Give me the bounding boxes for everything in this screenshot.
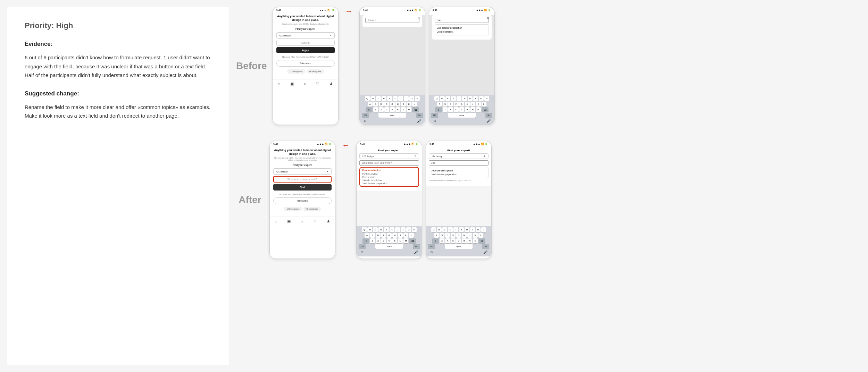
after-phone1-topic[interactable]: What topic is on your mind?: [273, 176, 332, 183]
after-phone1-nav: ⌂ ▣ ⌕ ♡ ♟: [270, 217, 335, 225]
key-H[interactable]: H: [395, 102, 400, 107]
key-Y[interactable]: Y: [393, 96, 398, 101]
key-E[interactable]: E: [376, 96, 381, 101]
suggested-text: Rename the field to make it more clear a…: [25, 103, 211, 120]
key-backspace[interactable]: ⌫: [412, 107, 419, 112]
mic-icon[interactable]: 🎤: [417, 119, 421, 123]
suggestion-job-prep[interactable]: Job preparation: [437, 30, 486, 34]
key-P[interactable]: P: [415, 96, 420, 101]
key-S[interactable]: S: [373, 102, 378, 107]
phone1-sub: Speak online with over 1000+ design prof…: [276, 23, 335, 25]
key-space[interactable]: space: [378, 113, 406, 118]
nav-book-icon[interactable]: ▣: [290, 82, 294, 86]
after-p2-mic[interactable]: 🎤: [414, 250, 418, 254]
key-K[interactable]: K: [407, 102, 411, 107]
keyboard-2: QWERTYUIOP ASDFGHJKL ⇧ZXCVBNM⌫ 123 space: [360, 95, 425, 125]
before-label: Before: [236, 60, 267, 71]
key-U[interactable]: U: [398, 96, 403, 101]
phone1-subject[interactable]: Subject: [276, 40, 335, 46]
key-X[interactable]: X: [379, 107, 384, 112]
after-p3-emoji[interactable]: ☺: [430, 250, 433, 254]
after-phone2-topic-input[interactable]: [359, 160, 419, 166]
after-phone1-dropdown[interactable]: UX design ▾: [273, 168, 332, 175]
before-phone3-input[interactable]: [435, 18, 489, 23]
topic-portfolio[interactable]: Portfolio review: [362, 172, 416, 176]
key-go[interactable]: Go: [416, 113, 423, 118]
emoji-icon[interactable]: ☺: [364, 119, 367, 123]
key-G[interactable]: G: [390, 102, 395, 107]
p3-key-row-2: ASDFGHJKL: [430, 102, 493, 107]
phone2-overlay: ✕ QWERTYUIOP ASDFGHJKL: [360, 15, 425, 125]
phone1-nav: ⌂ ▣ ⌕ ♡ ♟: [273, 79, 338, 87]
nav-person-icon[interactable]: ♟: [329, 82, 333, 86]
before-arrow: →: [342, 7, 356, 16]
before-modal-input[interactable]: [365, 18, 419, 23]
after-phone1-tag-1[interactable]: UX designers: [284, 207, 302, 211]
key-O[interactable]: O: [409, 96, 414, 101]
status-icons-3: ▲▲▲ 📶 🔋: [476, 9, 491, 11]
key-Q[interactable]: Q: [365, 96, 370, 101]
after-phone3-top: Find your expert! UX design ▾ Job/role d…: [426, 146, 491, 186]
key-T[interactable]: T: [387, 96, 392, 101]
topic-career[interactable]: Career advice: [362, 176, 416, 179]
after-phone3-suggestions: Job/role description Job interview prepa…: [429, 167, 489, 178]
nav-home-icon[interactable]: ⌂: [278, 82, 280, 86]
after-nav-home[interactable]: ⌂: [275, 219, 277, 223]
keyboard-3: QWERTYUIOP ASDFGHJKL ⇧ZXCVBNM⌫ 123 space: [429, 95, 494, 125]
after-sugg-job-interview[interactable]: Job interview preparation: [431, 172, 486, 176]
key-I[interactable]: I: [404, 96, 409, 101]
key-C[interactable]: C: [384, 107, 389, 112]
phone1-tag-2[interactable]: UI designers: [307, 69, 324, 74]
after-phone2-common-topics: Common topics Portfolio review Career ad…: [359, 167, 419, 187]
key-N[interactable]: N: [401, 107, 406, 112]
modal-close-icon[interactable]: ✕: [417, 16, 420, 20]
nav-heart-icon[interactable]: ♡: [316, 82, 319, 86]
key-A[interactable]: A: [368, 102, 373, 107]
after-p2-emoji[interactable]: ☺: [360, 250, 364, 254]
phone1-dropdown[interactable]: UX design ▾: [276, 32, 335, 39]
after-status-bar-3: 9:41 ▲▲▲ 📶 🔋: [426, 141, 491, 146]
status-icons-1: ▲▲▲ 📶 🔋: [319, 9, 335, 11]
key-shift[interactable]: ⇧: [366, 107, 373, 112]
phone1-take-test[interactable]: Take a test: [276, 60, 335, 67]
key-J[interactable]: J: [401, 102, 406, 107]
suggestion-job-details[interactable]: Job details/ description: [437, 26, 486, 30]
status-bar-2: 9:41 ▲▲▲ 📶 🔋: [360, 7, 425, 12]
p3-emoji-icon[interactable]: ☺: [433, 119, 436, 123]
after-phone2-dropdown[interactable]: UX design ▾: [359, 153, 419, 159]
after-nav-book[interactable]: ▣: [287, 219, 291, 223]
key-Z[interactable]: Z: [373, 107, 378, 112]
key-123[interactable]: 123: [362, 113, 369, 118]
key-L[interactable]: L: [412, 102, 417, 107]
key-row-3: ⇧ZXCVBNM⌫: [361, 107, 424, 112]
nav-search-icon[interactable]: ⌕: [304, 82, 306, 86]
phone1-apply[interactable]: Apply: [276, 47, 335, 53]
after-p3-mic[interactable]: 🎤: [483, 250, 487, 254]
key-D[interactable]: D: [379, 102, 384, 107]
after-phone1-take-test[interactable]: Take a test: [273, 197, 332, 204]
after-phone3-dropdown[interactable]: UX design ▾: [429, 153, 489, 159]
phone1-tag-1[interactable]: UX designers: [287, 69, 305, 74]
after-nav-person[interactable]: ♟: [327, 219, 330, 223]
after-phone3-input[interactable]: [429, 160, 489, 166]
p3-mic-icon[interactable]: 🎤: [486, 119, 491, 123]
key-F[interactable]: F: [384, 102, 389, 107]
after-phone2-keyboard: QWERTYUIOP ASDFGHJKL ⇧ZXCVBNM⌫ 123 space: [357, 226, 422, 256]
after-phone1-tag-2[interactable]: UI designers: [303, 207, 321, 211]
after-phone2-inner: Find your expert! UX design ▾ Common top…: [357, 146, 422, 256]
after-phone2-top: Find your expert! UX design ▾ Common top…: [357, 146, 422, 191]
key-W[interactable]: W: [370, 96, 375, 101]
topic-job-role[interactable]: Job/role description: [362, 179, 416, 182]
key-R[interactable]: R: [382, 96, 386, 101]
key-row-1: QWERTYUIOP: [361, 96, 424, 101]
after-nav-heart[interactable]: ♡: [313, 219, 317, 223]
key-M[interactable]: M: [407, 107, 411, 112]
before-phone2-keyboard: QWERTYUIOP ASDFGHJKL ⇧ZXCVBNM⌫ 123 space: [360, 95, 425, 125]
after-phone1-find-btn[interactable]: Find: [273, 184, 332, 191]
after-nav-search[interactable]: ⌕: [301, 219, 303, 223]
modal-close-2-icon[interactable]: ✕: [487, 16, 490, 20]
topic-job-interview[interactable]: Job interview preparation: [362, 182, 416, 185]
key-V[interactable]: V: [390, 107, 395, 112]
after-sugg-job-role[interactable]: Job/role description: [431, 169, 486, 172]
key-B[interactable]: B: [395, 107, 400, 112]
